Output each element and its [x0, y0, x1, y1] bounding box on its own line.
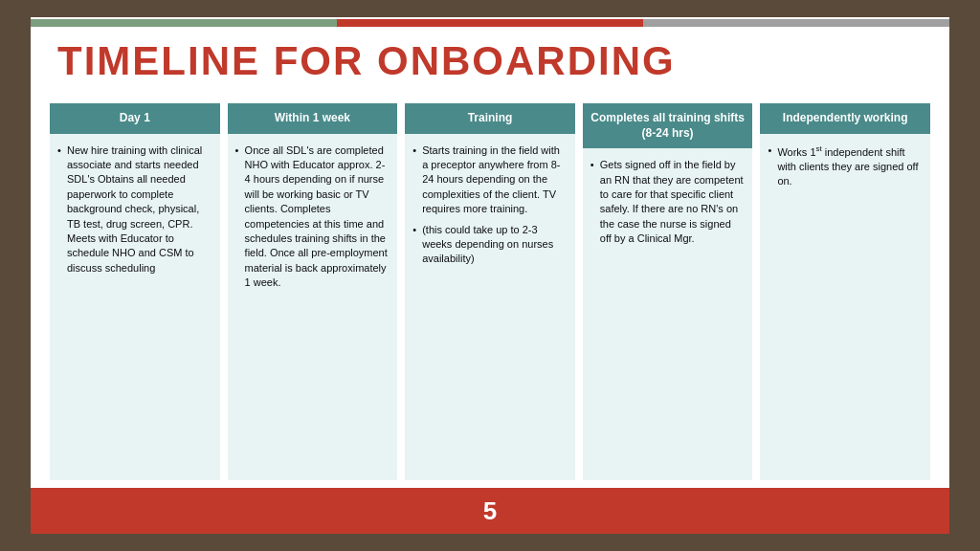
- bar-gray: [643, 19, 949, 27]
- col-independently: Independently working Works 1st independ…: [760, 103, 930, 480]
- slide-title: TIMELINE FOR ONBOARDING: [57, 38, 676, 84]
- page-number: 5: [483, 496, 497, 526]
- list-item: Works 1st independent shift with clients…: [768, 143, 923, 189]
- col-training-body: Starts training in the field with a prec…: [405, 134, 575, 480]
- list-item: Starts training in the field with a prec…: [412, 143, 568, 217]
- slide: TIMELINE FOR ONBOARDING Day 1 New hire t…: [31, 17, 949, 534]
- bottom-bar: 5: [31, 488, 949, 534]
- col-independently-header: Independently working: [760, 103, 930, 134]
- col-day1-body: New hire training with clinical associat…: [50, 134, 220, 480]
- col-day1-header: Day 1: [50, 103, 220, 134]
- bar-green: [31, 19, 337, 27]
- columns-container: Day 1 New hire training with clinical as…: [50, 103, 930, 480]
- col-completes-body: Gets signed off in the field by an RN th…: [583, 148, 753, 480]
- col-independently-body: Works 1st independent shift with clients…: [760, 134, 930, 480]
- col-training-header: Training: [405, 103, 575, 134]
- list-item: Gets signed off in the field by an RN th…: [590, 158, 746, 246]
- col-completes-header: Completes all training shifts (8-24 hrs): [583, 103, 753, 148]
- col-training: Training Starts training in the field wi…: [405, 103, 575, 480]
- list-item: Once all SDL's are completed NHO with Ed…: [235, 143, 390, 291]
- list-item: (this could take up to 2-3 weeks dependi…: [412, 223, 568, 267]
- bar-red: [337, 19, 643, 27]
- col-within1week-header: Within 1 week: [228, 103, 398, 134]
- col-within1week-body: Once all SDL's are completed NHO with Ed…: [228, 134, 398, 480]
- col-within1week: Within 1 week Once all SDL's are complet…: [228, 103, 398, 480]
- top-bars: [31, 17, 949, 29]
- col-day1: Day 1 New hire training with clinical as…: [50, 103, 220, 480]
- col-completes: Completes all training shifts (8-24 hrs)…: [583, 103, 753, 480]
- list-item: New hire training with clinical associat…: [57, 143, 212, 276]
